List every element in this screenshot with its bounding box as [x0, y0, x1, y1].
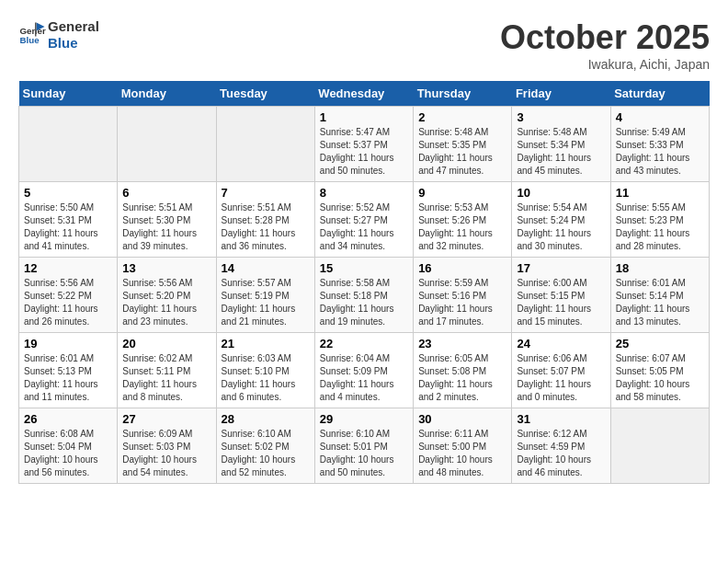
- calendar-cell: 16Sunrise: 5:59 AM Sunset: 5:16 PM Dayli…: [414, 258, 512, 333]
- day-number: 7: [222, 186, 310, 200]
- day-info: Sunrise: 5:51 AM Sunset: 5:28 PM Dayligh…: [222, 201, 310, 253]
- day-number: 20: [122, 337, 210, 350]
- month-title: October 2025: [500, 18, 710, 57]
- day-header-saturday: Saturday: [610, 81, 709, 107]
- day-info: Sunrise: 6:08 AM Sunset: 5:04 PM Dayligh…: [24, 428, 112, 479]
- calendar-week-row: 12Sunrise: 5:56 AM Sunset: 5:22 PM Dayli…: [19, 258, 710, 333]
- day-info: Sunrise: 6:09 AM Sunset: 5:03 PM Dayligh…: [122, 428, 210, 479]
- day-number: 1: [320, 110, 408, 124]
- calendar-cell: 8Sunrise: 5:52 AM Sunset: 5:27 PM Daylig…: [314, 182, 413, 258]
- calendar-cell: 28Sunrise: 6:10 AM Sunset: 5:02 PM Dayli…: [216, 408, 314, 484]
- day-number: 29: [320, 412, 408, 426]
- day-header-friday: Friday: [512, 81, 610, 107]
- day-info: Sunrise: 6:00 AM Sunset: 5:15 PM Dayligh…: [517, 277, 605, 328]
- day-info: Sunrise: 6:05 AM Sunset: 5:08 PM Dayligh…: [418, 352, 506, 404]
- logo-line2: Blue: [48, 35, 99, 52]
- day-info: Sunrise: 6:04 AM Sunset: 5:09 PM Dayligh…: [320, 352, 408, 404]
- day-number: 25: [616, 337, 704, 350]
- day-number: 6: [122, 186, 210, 200]
- day-number: 13: [122, 261, 210, 275]
- day-number: 4: [616, 110, 704, 124]
- day-info: Sunrise: 6:12 AM Sunset: 4:59 PM Dayligh…: [517, 428, 605, 479]
- day-number: 26: [24, 412, 112, 426]
- calendar-cell: 12Sunrise: 5:56 AM Sunset: 5:22 PM Dayli…: [19, 258, 118, 333]
- day-info: Sunrise: 5:56 AM Sunset: 5:22 PM Dayligh…: [24, 277, 112, 328]
- day-info: Sunrise: 5:50 AM Sunset: 5:31 PM Dayligh…: [24, 201, 112, 253]
- day-number: 15: [320, 261, 408, 275]
- day-header-monday: Monday: [118, 81, 216, 107]
- calendar-cell: 6Sunrise: 5:51 AM Sunset: 5:30 PM Daylig…: [118, 182, 216, 258]
- day-number: 3: [517, 110, 605, 124]
- calendar-cell: 20Sunrise: 6:02 AM Sunset: 5:11 PM Dayli…: [118, 333, 216, 408]
- day-number: 10: [517, 186, 605, 200]
- day-info: Sunrise: 5:53 AM Sunset: 5:26 PM Dayligh…: [418, 201, 506, 253]
- calendar-header-row: SundayMondayTuesdayWednesdayThursdayFrid…: [19, 81, 710, 107]
- day-number: 24: [517, 337, 605, 350]
- logo-icon: General Blue: [18, 21, 46, 49]
- header: General Blue General Blue October 2025 I…: [18, 18, 710, 72]
- day-number: 17: [517, 261, 605, 275]
- day-info: Sunrise: 5:57 AM Sunset: 5:19 PM Dayligh…: [222, 277, 310, 328]
- day-number: 21: [222, 337, 310, 350]
- day-number: 8: [320, 186, 408, 200]
- calendar-week-row: 1Sunrise: 5:47 AM Sunset: 5:37 PM Daylig…: [19, 107, 710, 182]
- day-number: 18: [616, 261, 704, 275]
- day-number: 28: [222, 412, 310, 426]
- calendar-week-row: 26Sunrise: 6:08 AM Sunset: 5:04 PM Dayli…: [19, 408, 710, 484]
- day-info: Sunrise: 6:03 AM Sunset: 5:10 PM Dayligh…: [222, 352, 310, 404]
- day-header-tuesday: Tuesday: [216, 81, 314, 107]
- day-header-sunday: Sunday: [19, 81, 118, 107]
- svg-text:Blue: Blue: [20, 35, 40, 45]
- location-subtitle: Iwakura, Aichi, Japan: [500, 57, 710, 72]
- day-number: 27: [122, 412, 210, 426]
- day-info: Sunrise: 6:10 AM Sunset: 5:01 PM Dayligh…: [320, 428, 408, 479]
- calendar-cell: 18Sunrise: 6:01 AM Sunset: 5:14 PM Dayli…: [610, 258, 709, 333]
- day-info: Sunrise: 5:51 AM Sunset: 5:30 PM Dayligh…: [122, 201, 210, 253]
- day-number: 16: [418, 261, 506, 275]
- calendar-cell: [216, 107, 314, 182]
- calendar-cell: 24Sunrise: 6:06 AM Sunset: 5:07 PM Dayli…: [512, 333, 610, 408]
- calendar-body: 1Sunrise: 5:47 AM Sunset: 5:37 PM Daylig…: [19, 107, 710, 484]
- logo: General Blue General Blue: [18, 18, 99, 52]
- day-number: 2: [418, 110, 506, 124]
- calendar-cell: 17Sunrise: 6:00 AM Sunset: 5:15 PM Dayli…: [512, 258, 610, 333]
- day-number: 22: [320, 337, 408, 350]
- calendar-cell: 14Sunrise: 5:57 AM Sunset: 5:19 PM Dayli…: [216, 258, 314, 333]
- calendar-cell: 13Sunrise: 5:56 AM Sunset: 5:20 PM Dayli…: [118, 258, 216, 333]
- day-info: Sunrise: 6:01 AM Sunset: 5:13 PM Dayligh…: [24, 352, 112, 404]
- calendar-cell: 25Sunrise: 6:07 AM Sunset: 5:05 PM Dayli…: [610, 333, 709, 408]
- svg-rect-4: [35, 23, 37, 37]
- calendar-cell: 29Sunrise: 6:10 AM Sunset: 5:01 PM Dayli…: [314, 408, 413, 484]
- calendar-cell: [118, 107, 216, 182]
- day-number: 5: [24, 186, 112, 200]
- calendar-cell: 7Sunrise: 5:51 AM Sunset: 5:28 PM Daylig…: [216, 182, 314, 258]
- day-info: Sunrise: 6:02 AM Sunset: 5:11 PM Dayligh…: [122, 352, 210, 404]
- day-info: Sunrise: 5:55 AM Sunset: 5:23 PM Dayligh…: [616, 201, 704, 253]
- calendar-cell: 21Sunrise: 6:03 AM Sunset: 5:10 PM Dayli…: [216, 333, 314, 408]
- calendar-cell: 22Sunrise: 6:04 AM Sunset: 5:09 PM Dayli…: [314, 333, 413, 408]
- day-info: Sunrise: 5:59 AM Sunset: 5:16 PM Dayligh…: [418, 277, 506, 328]
- day-header-wednesday: Wednesday: [314, 81, 413, 107]
- day-info: Sunrise: 5:52 AM Sunset: 5:27 PM Dayligh…: [320, 201, 408, 253]
- calendar-cell: 4Sunrise: 5:49 AM Sunset: 5:33 PM Daylig…: [610, 107, 709, 182]
- calendar-cell: 11Sunrise: 5:55 AM Sunset: 5:23 PM Dayli…: [610, 182, 709, 258]
- day-number: 19: [24, 337, 112, 350]
- calendar-table: SundayMondayTuesdayWednesdayThursdayFrid…: [18, 81, 710, 484]
- calendar-cell: 1Sunrise: 5:47 AM Sunset: 5:37 PM Daylig…: [314, 107, 413, 182]
- day-info: Sunrise: 5:54 AM Sunset: 5:24 PM Dayligh…: [517, 201, 605, 253]
- calendar-cell: 26Sunrise: 6:08 AM Sunset: 5:04 PM Dayli…: [19, 408, 118, 484]
- day-info: Sunrise: 6:01 AM Sunset: 5:14 PM Dayligh…: [616, 277, 704, 328]
- day-info: Sunrise: 5:58 AM Sunset: 5:18 PM Dayligh…: [320, 277, 408, 328]
- day-info: Sunrise: 6:06 AM Sunset: 5:07 PM Dayligh…: [517, 352, 605, 404]
- day-info: Sunrise: 5:48 AM Sunset: 5:35 PM Dayligh…: [418, 126, 506, 178]
- day-info: Sunrise: 6:07 AM Sunset: 5:05 PM Dayligh…: [616, 352, 704, 404]
- day-header-thursday: Thursday: [414, 81, 512, 107]
- calendar-cell: 30Sunrise: 6:11 AM Sunset: 5:00 PM Dayli…: [414, 408, 512, 484]
- calendar-cell: 31Sunrise: 6:12 AM Sunset: 4:59 PM Dayli…: [512, 408, 610, 484]
- calendar-cell: 27Sunrise: 6:09 AM Sunset: 5:03 PM Dayli…: [118, 408, 216, 484]
- calendar-cell: [19, 107, 118, 182]
- day-number: 31: [517, 412, 605, 426]
- calendar-cell: [610, 408, 709, 484]
- calendar-cell: 19Sunrise: 6:01 AM Sunset: 5:13 PM Dayli…: [19, 333, 118, 408]
- day-info: Sunrise: 5:47 AM Sunset: 5:37 PM Dayligh…: [320, 126, 408, 178]
